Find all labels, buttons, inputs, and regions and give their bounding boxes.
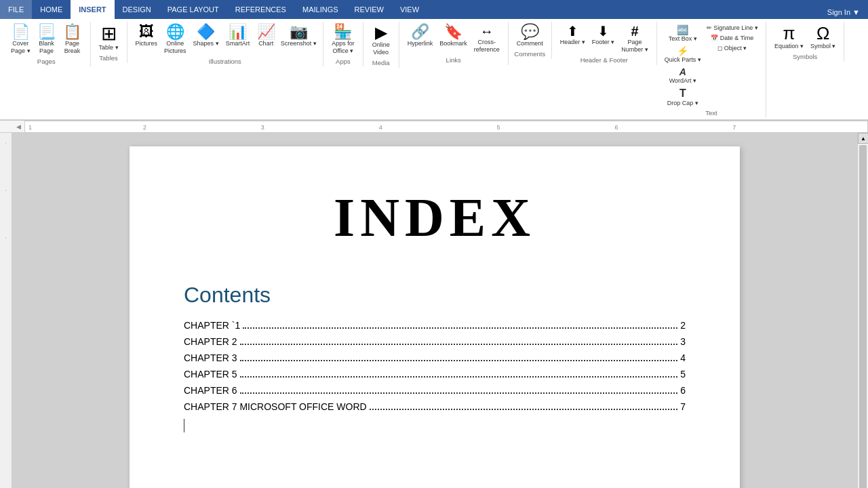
tab-references[interactable]: REFERENCES (227, 0, 294, 19)
table-button[interactable]: ⊞ Table ▾ (96, 23, 121, 53)
signature-line-label: ✏ Signature Line ▾ (707, 24, 758, 31)
toc-entry-dots (240, 360, 678, 361)
shapes-label: Shapes ▾ (193, 40, 219, 47)
toc-entry-dots (370, 409, 678, 410)
ribbon-group-pages: 📄 CoverPage ▾ 📃 BlankPage 📋 PageBreak Pa… (3, 22, 91, 66)
equation-button[interactable]: π Equation ▾ (772, 23, 806, 52)
toc-list: CHAPTER `12CHAPTER 23CHAPTER 34CHAPTER 5… (184, 320, 686, 412)
cross-reference-button[interactable]: ↔ Cross-reference (471, 23, 502, 55)
page-number-label: PageNumber ▾ (621, 39, 648, 54)
header-button[interactable]: ⬆ Header ▾ (557, 23, 588, 47)
sign-in-button[interactable]: Sign In ▼ (819, 5, 868, 19)
table-label: Table ▾ (99, 44, 119, 52)
screenshot-icon: 📷 (290, 24, 308, 39)
tab-view[interactable]: VIEW (392, 0, 427, 19)
toc-entry-page: 7 (680, 401, 686, 412)
tab-review[interactable]: REVIEW (347, 0, 392, 19)
shapes-button[interactable]: 🔷 Shapes ▾ (191, 23, 222, 49)
scroll-thumb[interactable] (859, 145, 867, 488)
ruler-mark-4: 4 (379, 124, 382, 131)
comments-group-label: Comments (514, 50, 545, 58)
cross-reference-icon: ↔ (480, 24, 494, 38)
ribbon-group-media: ▶ OnlineVideo Media (363, 22, 399, 68)
ribbon-group-comments: 💬 Comment Comments (509, 22, 552, 59)
toc-entry-dots (240, 344, 678, 345)
chart-icon: 📈 (257, 24, 275, 39)
footer-button[interactable]: ⬇ Footer ▾ (589, 23, 618, 47)
scroll-up-button[interactable]: ▲ (858, 133, 868, 144)
date-time-button[interactable]: 📅 Date & Time (705, 33, 760, 43)
illustrations-group-label: Illustrations (209, 58, 241, 65)
drop-cap-button[interactable]: T Drop Cap ▾ (663, 86, 703, 108)
text-box-icon: 🔤 (677, 24, 688, 35)
toc-entry-page: 4 (680, 352, 686, 363)
symbol-icon: Ω (816, 24, 829, 42)
quick-parts-icon: ⚡ (677, 45, 688, 56)
toc-entry-title: CHAPTER 6 (184, 385, 237, 396)
toc-entry: CHAPTER 7 MICROSOFT OFFICE WORD7 (184, 401, 686, 412)
smartart-button[interactable]: 📊 SmartArt (223, 23, 253, 49)
chart-label: Chart (258, 40, 273, 47)
bookmark-button[interactable]: 🔖 Bookmark (437, 23, 470, 49)
hyperlink-button[interactable]: 🔗 Hyperlink (405, 23, 436, 49)
toc-entry-title: CHAPTER 3 (184, 352, 237, 363)
online-pictures-label: OnlinePictures (164, 40, 186, 55)
toc-entry: CHAPTER 66 (184, 385, 686, 396)
text-items: 🔤 Text Box ▾ ⚡ Quick Parts ▾ A WordArt ▾… (663, 23, 760, 108)
signature-line-button[interactable]: ✏ Signature Line ▾ (705, 23, 760, 33)
toc-entry-page: 6 (680, 385, 686, 396)
quick-parts-button[interactable]: ⚡ Quick Parts ▾ (663, 44, 703, 64)
ribbon-group-links: 🔗 Hyperlink 🔖 Bookmark ↔ Cross-reference… (399, 22, 509, 65)
ribbon-tab-bar: FILE HOME INSERT DESIGN PAGE LAYOUT REFE… (0, 0, 868, 19)
comments-items: 💬 Comment (514, 23, 546, 49)
header-footer-items: ⬆ Header ▾ ⬇ Footer ▾ # PageNumber ▾ (557, 23, 651, 55)
comment-button[interactable]: 💬 Comment (514, 23, 546, 49)
equation-icon: π (783, 24, 795, 42)
apps-for-office-button[interactable]: 🏪 Apps forOffice ▾ (329, 23, 357, 56)
toc-entry: CHAPTER 55 (184, 369, 686, 380)
ribbon-group-tables: ⊞ Table ▾ Tables (91, 22, 127, 63)
hyperlink-label: Hyperlink (408, 40, 433, 47)
tab-page-layout[interactable]: PAGE LAYOUT (159, 0, 227, 19)
illustrations-items: 🖼 Pictures 🌐 OnlinePictures 🔷 Shapes ▾ 📊… (133, 23, 318, 56)
online-pictures-button[interactable]: 🌐 OnlinePictures (161, 23, 189, 56)
screenshot-button[interactable]: 📷 Screenshot ▾ (279, 23, 317, 49)
scrollbar[interactable]: ▲ ▼ (857, 133, 868, 488)
online-video-icon: ▶ (375, 24, 387, 41)
blank-page-label: BlankPage (39, 40, 54, 55)
object-button[interactable]: ◻ Object ▾ (705, 43, 760, 53)
pages-items: 📄 CoverPage ▾ 📃 BlankPage 📋 PageBreak (8, 23, 85, 56)
blank-page-button[interactable]: 📃 BlankPage (35, 23, 59, 56)
tab-insert[interactable]: INSERT (71, 0, 114, 19)
chart-button[interactable]: 📈 Chart (254, 23, 278, 49)
tab-home[interactable]: HOME (32, 0, 71, 19)
text-box-button[interactable]: 🔤 Text Box ▾ (663, 23, 703, 43)
page-break-button[interactable]: 📋 PageBreak (60, 23, 85, 56)
ribbon-group-illustrations: 🖼 Pictures 🌐 OnlinePictures 🔷 Shapes ▾ 📊… (127, 22, 324, 66)
tab-design[interactable]: DESIGN (115, 0, 159, 19)
online-pictures-icon: 🌐 (166, 24, 184, 39)
document-page: INDEX Contents CHAPTER `12CHAPTER 23CHAP… (130, 146, 740, 488)
toc-entry-page: 3 (680, 336, 686, 347)
toc-entry: CHAPTER 34 (184, 352, 686, 363)
left-sidebar-mark-3: · (2, 237, 9, 239)
ribbon-group-text: 🔤 Text Box ▾ ⚡ Quick Parts ▾ A WordArt ▾… (657, 22, 766, 118)
cover-page-button[interactable]: 📄 CoverPage ▾ (8, 23, 33, 56)
pictures-button[interactable]: 🖼 Pictures (133, 23, 161, 49)
tab-file[interactable]: FILE (0, 0, 32, 19)
symbol-button[interactable]: Ω Symbol ▾ (808, 23, 839, 52)
symbols-group-label: Symbols (793, 53, 817, 60)
wordart-button[interactable]: A WordArt ▾ (663, 65, 703, 85)
toc-entry-dots (240, 392, 678, 394)
ruler-mark-3: 3 (261, 124, 264, 131)
equation-label: Equation ▾ (774, 43, 804, 50)
tab-mailings[interactable]: MAILINGS (294, 0, 347, 19)
online-video-button[interactable]: ▶ OnlineVideo (369, 23, 393, 58)
hyperlink-icon: 🔗 (411, 24, 429, 39)
left-sidebar-mark-1: · (2, 142, 9, 144)
doc-area[interactable]: INDEX Contents CHAPTER `12CHAPTER 23CHAP… (12, 133, 857, 488)
ribbon-content: 📄 CoverPage ▾ 📃 BlankPage 📋 PageBreak Pa… (0, 19, 868, 120)
symbol-label: Symbol ▾ (810, 43, 836, 50)
text-group-label: Text (705, 109, 717, 117)
page-number-button[interactable]: # PageNumber ▾ (618, 23, 651, 55)
